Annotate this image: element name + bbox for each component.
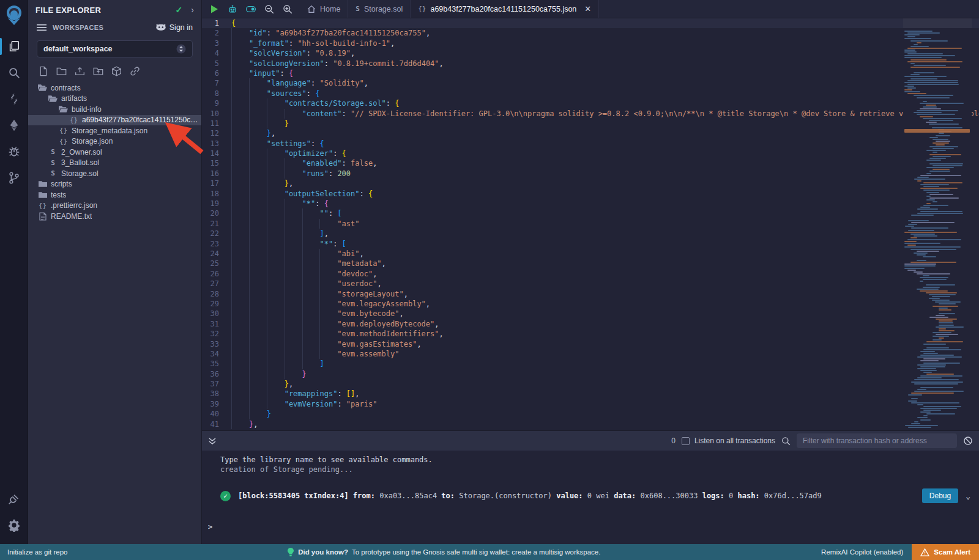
tab-home[interactable]: Home bbox=[300, 0, 348, 18]
code-line-38: 38"remappings": [], bbox=[202, 389, 979, 399]
github-icon bbox=[156, 23, 166, 32]
code-line-6: 6"input": { bbox=[202, 68, 979, 78]
plug-icon bbox=[7, 492, 21, 506]
sidebar-item-debugger[interactable] bbox=[0, 138, 28, 164]
minimap-slider[interactable] bbox=[903, 18, 972, 28]
sidebar-item-git[interactable] bbox=[0, 164, 28, 191]
warning-icon bbox=[920, 548, 929, 556]
zoom-in-icon[interactable] bbox=[283, 4, 292, 14]
folder-open-icon bbox=[38, 84, 47, 92]
listen-checkbox[interactable] bbox=[682, 437, 690, 445]
sidebar-item-deploy-and-run[interactable] bbox=[0, 112, 28, 138]
code-line-20: 20"": [ bbox=[202, 208, 979, 218]
sidebar-item-search[interactable] bbox=[0, 59, 28, 86]
workspace-menu-icon[interactable] bbox=[37, 24, 47, 31]
tree-item-tests[interactable]: tests bbox=[28, 190, 201, 201]
code-line-39: 39"evmVersion": "paris" bbox=[202, 399, 979, 409]
terminal-header: 0 Listen on all transactions bbox=[202, 431, 979, 451]
new-folder-icon[interactable] bbox=[56, 66, 67, 76]
tab-storage-sol[interactable]: S Storage.sol bbox=[348, 0, 411, 18]
terminal-body[interactable]: Type the library name to see available c… bbox=[202, 451, 979, 545]
transaction-row[interactable]: ✓ [block:5583405 txIndex:4] from: 0xa03.… bbox=[220, 488, 970, 503]
tree-item-storage-sol[interactable]: SStorage.sol bbox=[28, 168, 201, 179]
folder-icon bbox=[38, 180, 47, 188]
tree-item--prettierrc-json[interactable]: {}.prettierrc.json bbox=[28, 201, 201, 212]
code-line-10: 10"content": "// SPDX-License-Identifier… bbox=[202, 109, 979, 119]
zoom-out-icon[interactable] bbox=[264, 4, 274, 14]
code-editor[interactable]: 1{2"id": "a69b43f277ba20fcac141151250ca7… bbox=[202, 18, 979, 430]
copilot-status[interactable]: RemixAI Copilot (enabled) bbox=[813, 548, 912, 556]
link-icon[interactable] bbox=[130, 66, 140, 76]
close-tab-icon[interactable]: ✕ bbox=[584, 4, 591, 13]
code-line-18: 18"outputSelection": { bbox=[202, 189, 979, 199]
tab-build-info-json[interactable]: {} a69b43f277ba20fcac141151250ca755.json… bbox=[411, 0, 599, 18]
sidebar-item-file-explorer[interactable] bbox=[0, 33, 28, 59]
folder-open-icon bbox=[59, 105, 68, 113]
code-line-22: 22], bbox=[202, 229, 979, 238]
upload-folder-icon[interactable] bbox=[93, 66, 103, 76]
code-line-24: 24"abi", bbox=[202, 249, 979, 259]
code-line-30: 30"evm.bytecode", bbox=[202, 309, 979, 319]
tree-item-a69b43f277ba20fcac141151250ca7-[interactable]: {}a69b43f277ba20fcac141151250ca7... bbox=[28, 115, 201, 126]
json-icon: {} bbox=[59, 127, 68, 134]
files-icon bbox=[7, 40, 21, 53]
check-icon: ✓ bbox=[176, 5, 183, 15]
tree-item-contracts[interactable]: contracts bbox=[28, 83, 201, 94]
tree-item-3-ballot-sol[interactable]: S3_Ballot.sol bbox=[28, 158, 201, 169]
minimap[interactable] bbox=[903, 18, 972, 430]
sidebar-item-plugin-manager[interactable] bbox=[0, 485, 28, 512]
chevron-right-icon[interactable]: › bbox=[191, 5, 194, 15]
git-init-status[interactable]: Initialize as git repo bbox=[0, 548, 75, 556]
code-line-28: 28"storageLayout", bbox=[202, 289, 979, 299]
workspace-stepper-icon bbox=[176, 44, 186, 54]
tree-item-readme-txt[interactable]: README.txt bbox=[28, 211, 201, 222]
sol-icon: S bbox=[48, 148, 58, 156]
listen-all-transactions: Listen on all transactions bbox=[682, 437, 775, 445]
terminal-info-line: Type the library name to see available c… bbox=[220, 455, 433, 464]
terminal-collapse-icon[interactable] bbox=[208, 437, 217, 445]
sol-icon: S bbox=[48, 159, 58, 167]
tree-item-storage-json[interactable]: {}Storage.json bbox=[28, 136, 201, 147]
code-line-3: 3"_format": "hh-sol-build-info-1", bbox=[202, 39, 979, 48]
scam-alert-button[interactable]: Scam Alert bbox=[912, 544, 979, 560]
debug-button[interactable]: Debug bbox=[922, 488, 958, 503]
expand-transaction-icon[interactable]: ⌄ bbox=[966, 492, 970, 501]
code-lines: 1{2"id": "a69b43f277ba20fcac141151250ca7… bbox=[202, 18, 979, 429]
workspace-select[interactable]: default_workspace bbox=[37, 40, 193, 57]
tree-item-2-owner-sol[interactable]: S2_Owner.sol bbox=[28, 147, 201, 158]
code-line-4: 4"solcVersion": "0.8.19", bbox=[202, 48, 979, 58]
sidebar-item-settings[interactable] bbox=[0, 512, 28, 538]
file-tree: contractsartifactsbuild-info{}a69b43f277… bbox=[28, 83, 201, 222]
new-file-icon[interactable] bbox=[38, 66, 48, 76]
deploy-run-icon bbox=[7, 119, 21, 132]
tree-item-storage-metadata-json[interactable]: {}Storage_metadata.json bbox=[28, 125, 201, 136]
search-icon bbox=[7, 66, 21, 79]
tree-item-scripts[interactable]: scripts bbox=[28, 179, 201, 190]
file-explorer-panel: FILE EXPLORER ✓ › WORKSPACES Sign in def… bbox=[28, 0, 202, 544]
terminal-prompt[interactable]: > bbox=[208, 523, 212, 531]
code-line-32: 32"evm.methodIdentifiers", bbox=[202, 329, 979, 339]
code-line-17: 17}, bbox=[202, 179, 979, 188]
copilot-toggle-icon[interactable] bbox=[246, 4, 256, 14]
tx-summary: [block:5583405 txIndex:4] from: 0xa03...… bbox=[238, 492, 822, 500]
code-line-8: 8"sources": { bbox=[202, 89, 979, 98]
github-sign-in[interactable]: Sign in bbox=[156, 23, 193, 32]
run-script-icon[interactable] bbox=[209, 4, 219, 14]
ipfs-cube-icon[interactable] bbox=[111, 66, 122, 76]
code-line-19: 19"*": { bbox=[202, 199, 979, 208]
file-icon bbox=[38, 212, 47, 221]
code-line-35: 35] bbox=[202, 359, 979, 369]
sol-icon: S bbox=[48, 169, 58, 177]
code-line-21: 21"ast" bbox=[202, 219, 979, 229]
block-icon[interactable] bbox=[963, 436, 973, 446]
tree-item-artifacts[interactable]: artifacts bbox=[28, 94, 201, 105]
solidity-file-icon: S bbox=[355, 5, 360, 13]
code-line-5: 5"solcLongVersion": "0.8.19+commit.7dd6d… bbox=[202, 59, 979, 68]
ai-copilot-robot-icon[interactable] bbox=[228, 4, 237, 14]
transaction-filter-input[interactable] bbox=[797, 433, 957, 448]
code-line-27: 27"userdoc", bbox=[202, 279, 979, 289]
sidebar-item-solidity-compiler[interactable] bbox=[0, 86, 28, 112]
remix-logo-icon[interactable] bbox=[4, 5, 24, 26]
tree-item-build-info[interactable]: build-info bbox=[28, 104, 201, 115]
upload-file-icon[interactable] bbox=[75, 66, 85, 76]
